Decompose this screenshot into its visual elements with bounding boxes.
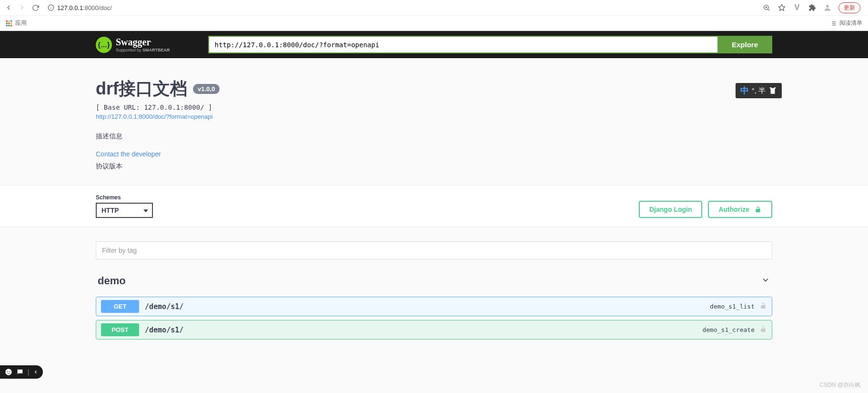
ime-text: °, 半 — [752, 86, 766, 95]
svg-rect-11 — [10, 20, 12, 21]
svg-point-8 — [826, 5, 829, 8]
svg-rect-15 — [6, 25, 8, 26]
url-path: :8000/doc/ — [83, 4, 112, 11]
django-login-button[interactable]: Django Login — [639, 201, 702, 218]
spec-url-form: Explore — [208, 36, 772, 53]
reading-list-label: 阅读清单 — [839, 19, 862, 27]
browser-toolbar: 127.0.0.1:8000/doc/ V 更新 — [0, 0, 868, 15]
svg-rect-12 — [6, 22, 8, 24]
operations-section: demo GET /demo/s1/ demo_s1_list POST /de… — [86, 227, 782, 354]
operation-path: /demo/s1/ — [145, 326, 702, 334]
tag-name: demo — [98, 275, 126, 287]
spec-link[interactable]: http://127.0.0.1:8000/doc/?format=openap… — [96, 113, 212, 120]
swagger-logo-icon: {…} — [96, 37, 112, 53]
reload-button[interactable] — [30, 3, 40, 12]
scheme-select[interactable]: HTTP — [96, 203, 153, 218]
lock-open-icon — [759, 302, 767, 311]
version-badge: v1.0,0 — [193, 84, 220, 94]
operation-post-demo-s1[interactable]: POST /demo/s1/ demo_s1_create — [96, 320, 772, 340]
address-bar[interactable]: 127.0.0.1:8000/doc/ — [44, 4, 116, 11]
browser-chrome: 127.0.0.1:8000/doc/ V 更新 — [0, 0, 868, 31]
svg-rect-10 — [8, 20, 10, 21]
auth-buttons: Django Login Authorize — [639, 201, 772, 218]
info-icon — [48, 4, 54, 11]
shirt-icon — [768, 86, 777, 95]
svg-line-4 — [768, 9, 769, 10]
url-host: 127.0.0.1 — [57, 4, 83, 11]
spec-url-input[interactable] — [208, 36, 717, 53]
operation-id: demo_s1_list — [710, 303, 755, 310]
scheme-block: Schemes HTTP — [96, 194, 153, 218]
zoom-icon[interactable] — [762, 3, 771, 12]
svg-rect-13 — [8, 22, 10, 24]
apps-label: 应用 — [15, 19, 27, 27]
ime-mode-icon: 中 — [740, 85, 749, 96]
method-badge: POST — [101, 323, 139, 336]
operation-path: /demo/s1/ — [145, 302, 710, 311]
filter-input[interactable] — [96, 241, 772, 259]
ime-indicator[interactable]: 中 °, 半 — [736, 83, 782, 98]
schemes-label: Schemes — [96, 194, 153, 201]
svg-rect-9 — [6, 20, 8, 21]
back-button[interactable] — [4, 3, 13, 12]
operation-get-demo-s1[interactable]: GET /demo/s1/ demo_s1_list — [96, 297, 772, 316]
lock-open-icon — [754, 206, 762, 213]
extension-v-icon[interactable]: V — [793, 3, 801, 12]
svg-rect-17 — [10, 25, 12, 26]
chrome-actions: V 更新 — [762, 2, 864, 13]
explore-button[interactable]: Explore — [717, 36, 772, 53]
swagger-logo[interactable]: {…} Swagger. Supported by SMARTBEAR — [96, 37, 170, 53]
update-button[interactable]: 更新 — [838, 2, 860, 13]
reading-list-button[interactable]: 阅读清单 — [830, 19, 862, 27]
operation-id: demo_s1_create — [702, 326, 755, 333]
apps-icon — [6, 20, 12, 27]
info-section: drf接口文档 v1.0,0 [ Base URL: 127.0.0.1:800… — [86, 58, 782, 185]
logo-text: Swagger — [116, 37, 151, 47]
bookmarks-bar: 应用 阅读清单 — [0, 15, 868, 31]
chevron-down-icon — [761, 275, 770, 287]
list-icon — [830, 20, 837, 27]
svg-marker-7 — [778, 4, 785, 10]
forward-button[interactable] — [17, 3, 27, 12]
swagger-topbar: {…} Swagger. Supported by SMARTBEAR Expl… — [0, 31, 868, 58]
method-badge: GET — [101, 300, 139, 313]
api-description: 描述信息 — [96, 132, 772, 141]
tag-header-demo[interactable]: demo — [96, 269, 772, 293]
tos-text: 协议版本 — [96, 162, 772, 171]
api-title: drf接口文档 — [96, 77, 187, 101]
scheme-section: Schemes HTTP Django Login Authorize — [0, 185, 868, 227]
base-url: [ Base URL: 127.0.0.1:8000/ ] — [96, 103, 772, 111]
svg-rect-14 — [10, 22, 12, 24]
profile-icon[interactable] — [823, 3, 832, 12]
contact-link[interactable]: Contact the developer — [96, 150, 161, 158]
authorize-button[interactable]: Authorize — [708, 201, 772, 218]
lock-open-icon — [759, 325, 767, 335]
apps-bookmark[interactable]: 应用 — [6, 19, 27, 27]
star-icon[interactable] — [777, 3, 786, 12]
extensions-icon[interactable] — [808, 3, 817, 12]
svg-rect-16 — [8, 25, 10, 26]
